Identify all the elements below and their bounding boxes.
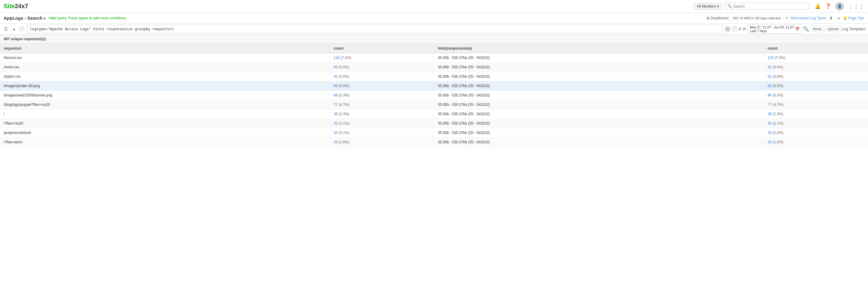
cell-url: /?flav=atom (0, 138, 330, 147)
table-row: /images/web/2009/banner.png 86 (5.3%) 35… (0, 91, 868, 100)
cell-histo: 35.00b - 530.37kb (35 - 543102) (434, 63, 764, 72)
col-header-histo: histo(responsesize) (434, 44, 764, 53)
alerts-button[interactable]: Alerts (810, 26, 824, 32)
cell-count1: 92 (5.6%) (330, 72, 434, 82)
cell-count2: 38 (2.3%) (764, 109, 868, 119)
settings-icon-btn[interactable]: ≡ (836, 16, 841, 21)
table-row: /reset.css 92 (5.6%) 35.00b - 530.37kb (… (0, 63, 868, 72)
query-input-container: logtype="Apache Access Logs" histo respo… (27, 25, 723, 33)
cell-count1: 77 (4.7%) (330, 100, 434, 109)
cell-count2: 35 (2.1%) (764, 119, 868, 128)
table-row: /style2.css 92 (5.6%) 35.00b - 530.37kb … (0, 72, 868, 82)
global-search-input[interactable] (733, 4, 807, 8)
cell-url: /images/jordan-80.png (0, 82, 330, 91)
cell-count2: 115 (7.0%) (764, 53, 868, 63)
page-title-arrow[interactable]: ▾ (44, 17, 46, 20)
dashboard-button[interactable]: ⊞ Dashboard (707, 16, 728, 20)
search-icon: 🔍 (727, 4, 732, 8)
cell-count2: 33 (2.0%) (764, 128, 868, 138)
table-row: /?flav=atom 26 (1.6%) 35.00b - 530.37kb … (0, 138, 868, 147)
cell-histo: 35.00b - 530.37kb (35 - 543102) (434, 53, 764, 63)
col-header-count1: count (330, 44, 434, 53)
table-row: /projects/xdotool/ 34 (2.1%) 35.00b - 53… (0, 128, 868, 138)
search-trigger-icon[interactable]: 🔍 (803, 26, 809, 32)
document-icon[interactable]: 📄 (18, 25, 25, 33)
bell-icon[interactable]: 🔔 (815, 3, 821, 9)
monitor-select-label: All Monitors (697, 4, 716, 8)
cell-histo: 35.00b - 530.37kb (35 - 543102) (434, 119, 764, 128)
cell-histo: 35.00b - 530.37kb (35 - 543102) (434, 72, 764, 82)
page-tips-button[interactable]: 💡 Page Tips (843, 16, 864, 20)
table-row: /favicon.ico 118 (7.2%) 35.00b - 530.37k… (0, 53, 868, 63)
page-title: AppLogs - Search ▾ (4, 15, 46, 21)
datetime-range-box[interactable]: May 27, 11:07 - Jun 03, 11:07 Last 7 day… (748, 25, 802, 34)
discovered-label: Discovered Log Types (790, 16, 827, 20)
clear-button[interactable]: ✕ (724, 26, 731, 32)
list-icon[interactable]: ☰ (2, 26, 9, 32)
cell-count1: 34 (2.1%) (330, 128, 434, 138)
cell-url: /?flav=rss20 (0, 119, 330, 128)
main-header: Site24x7 All Monitors ▾ 🔍 🔔 ❓ 👤 ⋮⋮⋮ (0, 0, 868, 13)
cell-url: / (0, 109, 330, 119)
cell-count1: 89 (5.5%) (330, 82, 434, 91)
upload-icon-btn[interactable]: ⬆ (828, 16, 834, 21)
table-header: requesturi count histo(responsesize) cou… (0, 44, 868, 53)
query-text: logtype="Apache Access Logs" histo respo… (30, 27, 174, 31)
cell-histo: 35.00b - 530.37kb (35 - 543102) (434, 138, 764, 147)
cell-count2: 26 (1.6%) (764, 138, 868, 147)
datetime-line1: May 27, 11:07 - Jun 03, 11:07 (750, 25, 794, 29)
chevron-down-icon: ▾ (717, 4, 719, 8)
cell-url: /reset.css (0, 63, 330, 72)
table-row: /images/jordan-80.png 89 (5.5%) 35.00b -… (0, 82, 868, 91)
results-table: requesturi count histo(responsesize) cou… (0, 44, 868, 147)
grid-icon[interactable]: ⋮⋮⋮ (848, 3, 864, 10)
cell-url: /blog/tags/puppet?flav=rss20 (0, 100, 330, 109)
cell-count1: 35 (2.1%) (330, 119, 434, 128)
discovered-log-types-button[interactable]: Discovered Log Types (790, 16, 827, 20)
refresh-icon[interactable]: ↺ (738, 27, 742, 31)
col-header-count2: count (764, 44, 868, 53)
cell-count2: 77 (4.7%) (764, 100, 868, 109)
col-header-url: requesturi (0, 44, 330, 53)
sub-header-right: ⊞ Dashboard 891.74 MB/11 GB logs collect… (707, 16, 864, 21)
sub-header: AppLogs - Search ▾ Valid query. Press sp… (0, 13, 868, 24)
storage-info: 891.74 MB/11 GB logs collected (730, 16, 783, 20)
calendar-icon: 📅 (795, 27, 800, 31)
lightbulb-icon: 💡 (843, 16, 847, 20)
cell-count1: 92 (5.6%) (330, 63, 434, 72)
back-icon[interactable]: ◂ (10, 26, 17, 32)
eye-icon: 👁 (785, 16, 789, 20)
cell-count2: 92 (5.6%) (764, 63, 868, 72)
dashboard-icon: ⊞ (707, 16, 710, 20)
page-tips-label: Page Tips (848, 16, 864, 20)
global-search-box[interactable]: 🔍 (724, 3, 809, 10)
header-icons: 🔔 ❓ 👤 ⋮⋮⋮ (815, 2, 864, 10)
cell-histo: 35.00b - 530.37kb (35 - 543102) (434, 82, 764, 91)
table-row: /blog/tags/puppet?flav=rss20 77 (4.7%) 3… (0, 100, 868, 109)
logo-site: Site (4, 3, 15, 9)
cell-count1: 86 (5.3%) (330, 91, 434, 100)
results-summary: 497 unique requesturi(s) (0, 34, 868, 44)
cell-histo: 35.00b - 530.37kb (35 - 543102) (434, 109, 764, 119)
cell-url: /images/web/2009/banner.png (0, 91, 330, 100)
help-query-button[interactable]: ? (732, 26, 737, 32)
log-templates-button[interactable]: Log Templates (842, 27, 866, 31)
upload-button[interactable]: Upload (825, 26, 841, 32)
cell-url: /projects/xdotool/ (0, 128, 330, 138)
site-logo[interactable]: Site24x7 (4, 3, 28, 10)
cell-histo: 35.00b - 530.37kb (35 - 543102) (434, 100, 764, 109)
table-body: /favicon.ico 118 (7.2%) 35.00b - 530.37k… (0, 53, 868, 147)
cell-url: /favicon.ico (0, 53, 330, 63)
avatar[interactable]: 👤 (835, 2, 844, 10)
logo-rest: 24x7 (15, 3, 28, 9)
cell-count1: 38 (2.3%) (330, 109, 434, 119)
dashboard-label: Dashboard (711, 16, 728, 20)
reload-icon[interactable]: ⟳ (743, 27, 746, 31)
datetime-line2: Last 7 days (750, 29, 794, 33)
cell-count1: 26 (1.6%) (330, 138, 434, 147)
query-actions: ✕ ? ↺ ⟳ May 27, 11:07 - Jun 03, 11:07 La… (724, 25, 866, 34)
cell-count2: 89 (5.5%) (764, 82, 868, 91)
help-icon[interactable]: ❓ (825, 3, 831, 9)
monitor-select[interactable]: All Monitors ▾ (694, 3, 721, 10)
query-icons: ☰ ◂ 📄 (2, 25, 25, 33)
